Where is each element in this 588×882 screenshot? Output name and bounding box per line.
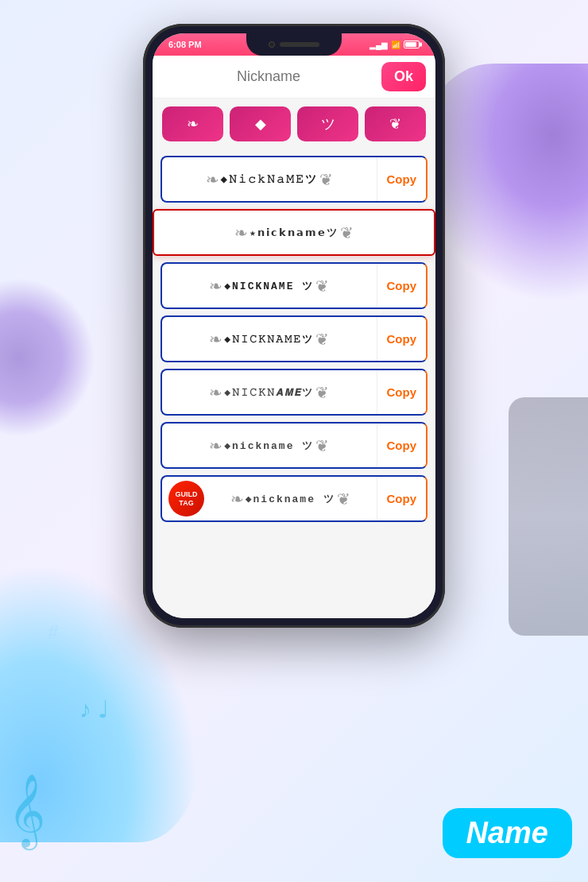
- battery-fill: [405, 42, 416, 47]
- deco-right-1: ❦: [319, 170, 333, 189]
- nick-text-7: ◆nickname ツ: [246, 492, 335, 506]
- ok-button[interactable]: Ok: [381, 62, 426, 91]
- nickname-row-1: ❧ ◆𝙽𝚒𝚌𝚔𝙽𝚊𝙼𝙴ツ ❦ Copy: [161, 156, 427, 203]
- deco-right-4: ❦: [315, 330, 329, 349]
- style-button-2[interactable]: ◆: [230, 106, 291, 141]
- nickname-row-5: ❧ ◆𝙽𝙸𝙲𝙺𝙽𝘼𝙈𝙀ツ ❦ Copy: [161, 369, 427, 416]
- header-bar: Ok: [153, 56, 435, 99]
- style-buttons-row: ❧ ◆ ツ ❦: [153, 99, 435, 149]
- phone-frame: 6:08 PM ▂▄▆ 📶 Ok ❧ ◆ ツ ❦: [143, 24, 445, 628]
- name-badge: Name: [443, 808, 573, 858]
- nick-text-3: ◆nickname ツ: [224, 279, 314, 293]
- nick-text-2: ★𝗻𝗶𝗰𝗸𝗻𝗮𝗺𝗲ツ: [250, 226, 338, 240]
- deco-left-4: ❧: [209, 330, 222, 349]
- copy-button-4[interactable]: Copy: [377, 317, 427, 361]
- nickname-display-1: ❧ ◆𝙽𝚒𝚌𝚔𝙽𝚊𝙼𝙴ツ ❦: [162, 157, 377, 201]
- signal-icon: ▂▄▆: [369, 41, 388, 49]
- nickname-input[interactable]: [162, 68, 375, 85]
- copy-button-5[interactable]: Copy: [377, 370, 427, 414]
- style-button-1[interactable]: ❧: [162, 106, 223, 141]
- copy-button-7[interactable]: Copy: [377, 477, 427, 520]
- status-time: 6:08 PM: [168, 40, 202, 49]
- deco-right-5: ❦: [315, 383, 329, 402]
- nickname-row-6: ❧ ◆nickname ツ ❦ Copy: [161, 422, 427, 469]
- style-button-4[interactable]: ❦: [365, 106, 426, 141]
- wifi-icon: 📶: [391, 41, 400, 49]
- copy-button-1[interactable]: Copy: [377, 157, 427, 201]
- nickname-row-4: ❧ ◆𝙽𝙸𝙲𝙺𝙽𝙰𝙼𝙴ツ ❦ Copy: [161, 315, 427, 362]
- deco-left-6: ❧: [209, 436, 222, 455]
- guild-line2: TAG: [179, 499, 193, 508]
- speaker: [280, 42, 319, 47]
- nickname-display-4: ❧ ◆𝙽𝙸𝙲𝙺𝙽𝙰𝙼𝙴ツ ❦: [162, 317, 377, 361]
- status-icons: ▂▄▆ 📶: [369, 41, 420, 49]
- guitar-decoration: [509, 397, 588, 636]
- deco-left-1: ❧: [206, 170, 219, 189]
- deco-right-6: ❦: [315, 436, 329, 455]
- phone-content: Ok ❧ ◆ ツ ❦ ❧ ◆𝙽𝚒𝚌𝚔𝙽𝚊𝙼𝙴ツ ❦ Cop: [153, 56, 435, 618]
- nickname-display-7: ❧ ◆nickname ツ ❦: [204, 477, 377, 520]
- phone-inner: 6:08 PM ▂▄▆ 📶 Ok ❧ ◆ ツ ❦: [153, 33, 435, 618]
- guild-badge: GUILD TAG: [168, 481, 204, 516]
- nickname-row-2: ❧ ★𝗻𝗶𝗰𝗸𝗻𝗮𝗺𝗲ツ ❦: [153, 209, 435, 256]
- battery-icon: [404, 41, 420, 48]
- copy-button-3[interactable]: Copy: [377, 264, 427, 308]
- camera: [269, 41, 275, 48]
- phone-notch: [246, 33, 342, 56]
- deco-right-3: ❦: [315, 277, 329, 296]
- nickname-list: ❧ ◆𝙽𝚒𝚌𝚔𝙽𝚊𝙼𝙴ツ ❦ Copy ❧ ★𝗻𝗶𝗰𝗸𝗻𝗮𝗺𝗲ツ ❦: [153, 149, 435, 528]
- purple-splash-left: [0, 278, 95, 437]
- deco-left-2: ❧: [234, 223, 248, 242]
- music-note-large: 𝄞: [8, 779, 45, 842]
- nickname-display-3: ❧ ◆nickname ツ ❦: [162, 264, 377, 308]
- deco-right-7: ❦: [337, 489, 350, 509]
- copy-button-6[interactable]: Copy: [377, 424, 427, 467]
- nickname-row-7: GUILD TAG ❧ ◆nickname ツ ❦ Copy: [161, 475, 427, 522]
- nickname-display-2: ❧ ★𝗻𝗶𝗰𝗸𝗻𝗮𝗺𝗲ツ ❦: [154, 211, 434, 254]
- hash-decoration: #: [48, 621, 58, 644]
- nickname-row-3: ❧ ◆nickname ツ ❦ Copy: [161, 262, 427, 309]
- guild-line1: GUILD: [176, 490, 198, 499]
- style-button-3[interactable]: ツ: [297, 106, 358, 141]
- music-note-small: ♪ ♩: [79, 695, 109, 723]
- nick-text-4: ◆𝙽𝙸𝙲𝙺𝙽𝙰𝙼𝙴ツ: [224, 332, 314, 346]
- nickname-display-5: ❧ ◆𝙽𝙸𝙲𝙺𝙽𝘼𝙈𝙀ツ ❦: [162, 370, 377, 414]
- deco-right-2: ❦: [340, 223, 354, 242]
- nick-text-6: ◆nickname ツ: [224, 439, 314, 453]
- deco-left-3: ❧: [209, 277, 222, 296]
- nick-text-1: ◆𝙽𝚒𝚌𝚔𝙽𝚊𝙼𝙴ツ: [221, 172, 318, 187]
- deco-left-7: ❧: [230, 489, 244, 509]
- nick-text-5: ◆𝙽𝙸𝙲𝙺𝙽𝘼𝙈𝙀ツ: [224, 385, 314, 400]
- deco-left-5: ❧: [209, 383, 222, 402]
- nickname-display-6: ❧ ◆nickname ツ ❦: [162, 424, 377, 467]
